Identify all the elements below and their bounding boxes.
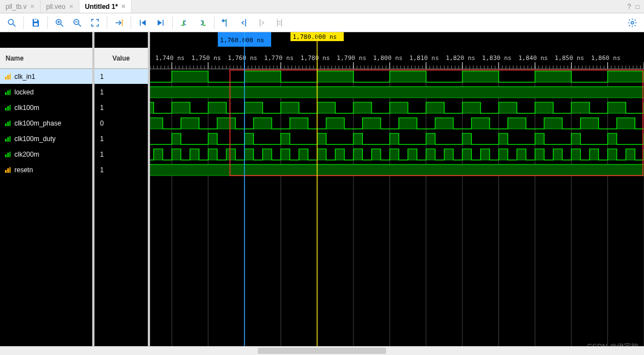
signal-icon	[4, 89, 11, 96]
svg-rect-286	[190, 149, 199, 160]
tab-label: pll.veo	[46, 3, 66, 11]
signal-name-label: clk100m_phase	[14, 119, 61, 127]
svg-rect-27	[7, 91, 9, 95]
signal-row-clk100m_duty[interactable]: clk100m_duty	[0, 131, 92, 147]
settings-button[interactable]	[624, 15, 641, 31]
scrollbar-thumb[interactable]	[258, 348, 387, 354]
svg-rect-231	[390, 71, 426, 82]
svg-rect-304	[517, 149, 526, 160]
signal-name-label: clk_in1	[14, 73, 35, 81]
svg-rect-295	[353, 149, 362, 160]
svg-rect-43	[9, 167, 11, 173]
svg-rect-254	[150, 118, 163, 129]
save-button[interactable]	[27, 15, 44, 31]
svg-rect-274	[353, 133, 362, 144]
signal-value-clk200m[interactable]: 1	[94, 147, 148, 162]
next-marker-button[interactable]	[253, 15, 270, 31]
wave-toolbar: +	[0, 13, 644, 32]
svg-rect-245	[390, 102, 408, 113]
signal-row-clk200m[interactable]: clk200m	[0, 147, 92, 162]
signal-name-label: clk100m	[14, 104, 39, 112]
close-icon[interactable]: ✕	[121, 3, 126, 9]
prev-transition-button[interactable]	[176, 15, 193, 31]
zoom-in-button[interactable]	[51, 15, 68, 31]
svg-rect-261	[399, 118, 417, 129]
waveform-panel[interactable]: 1,780.000 ns1,760.000 ns1,740 ns1,750 ns…	[150, 32, 644, 355]
svg-rect-275	[390, 133, 398, 144]
svg-text:1,770 ns: 1,770 ns	[264, 54, 293, 62]
tab-pll-veo[interactable]: pll.veo ✕	[41, 0, 79, 13]
svg-rect-23	[5, 77, 7, 79]
svg-rect-239	[172, 102, 190, 113]
prev-marker-button[interactable]	[236, 15, 252, 31]
swap-markers-button[interactable]	[271, 15, 288, 31]
signal-row-resetn[interactable]: resetn	[0, 162, 92, 178]
help-icon[interactable]: ?	[627, 3, 631, 11]
svg-rect-290	[263, 149, 272, 160]
zoom-out-button[interactable]	[69, 15, 86, 31]
signal-value-panel: Value 1110111	[94, 32, 150, 355]
svg-rect-294	[335, 149, 344, 160]
svg-text:+: +	[222, 18, 225, 23]
goto-cursor-button[interactable]	[111, 15, 127, 31]
svg-rect-31	[9, 105, 11, 111]
svg-rect-264	[508, 118, 526, 129]
svg-rect-287	[208, 149, 217, 160]
svg-rect-256	[217, 118, 236, 129]
value-header: Value	[94, 48, 148, 69]
tab-untitled-1[interactable]: Untitled 1* ✕	[79, 0, 132, 13]
signal-name-rows: clk_in1lockedclk100mclk100m_phaseclk100m…	[0, 69, 92, 178]
svg-rect-3	[34, 23, 38, 26]
svg-rect-233	[535, 71, 571, 82]
svg-rect-36	[7, 137, 9, 142]
tab-pll-tb[interactable]: pll_tb.v ✕	[0, 0, 41, 13]
svg-text:1,820 ns: 1,820 ns	[446, 54, 475, 62]
tabs-right-controls: ? □	[627, 0, 644, 13]
svg-rect-279	[535, 133, 544, 144]
add-marker-button[interactable]: +	[218, 15, 234, 31]
svg-rect-236	[150, 87, 644, 98]
svg-rect-300	[444, 149, 453, 160]
signal-value-clk100m_phase[interactable]: 0	[94, 116, 148, 131]
signal-value-clk_in1[interactable]: 1	[94, 69, 148, 84]
svg-rect-270	[208, 133, 217, 144]
svg-text:1,790 ns: 1,790 ns	[337, 54, 366, 62]
signal-value-clk100m[interactable]: 1	[94, 100, 148, 116]
svg-rect-273	[317, 133, 326, 144]
svg-rect-29	[5, 108, 7, 111]
signal-row-locked[interactable]: locked	[0, 84, 92, 100]
svg-rect-310	[626, 149, 635, 160]
svg-rect-247	[462, 102, 481, 113]
close-icon[interactable]: ✕	[30, 3, 34, 9]
svg-rect-298	[408, 149, 417, 160]
signal-value-locked[interactable]: 1	[94, 84, 148, 100]
signal-row-clk100m[interactable]: clk100m	[0, 100, 92, 116]
svg-text:1,750 ns: 1,750 ns	[192, 54, 221, 62]
goto-end-button[interactable]	[152, 15, 169, 31]
next-transition-button[interactable]	[194, 15, 211, 31]
signal-icon	[4, 151, 11, 158]
svg-rect-308	[590, 149, 598, 160]
maximize-icon[interactable]: □	[636, 3, 640, 11]
svg-rect-258	[290, 118, 308, 129]
svg-rect-301	[462, 149, 471, 160]
signal-row-clk100m_phase[interactable]: clk100m_phase	[0, 116, 92, 131]
svg-rect-41	[5, 170, 7, 173]
zoom-fit-button[interactable]	[87, 15, 103, 31]
close-icon[interactable]: ✕	[69, 3, 73, 9]
goto-start-button[interactable]	[134, 15, 151, 31]
search-button[interactable]	[3, 15, 20, 31]
signal-value-clk100m_duty[interactable]: 1	[94, 131, 148, 147]
tab-label: pll_tb.v	[6, 3, 27, 11]
svg-rect-271	[244, 133, 253, 144]
svg-rect-242	[281, 102, 299, 113]
svg-line-5	[61, 24, 63, 27]
signal-value-resetn[interactable]: 1	[94, 162, 148, 178]
svg-rect-42	[7, 168, 9, 173]
horizontal-scrollbar[interactable]	[0, 346, 644, 355]
svg-rect-38	[5, 154, 7, 157]
signal-row-clk_in1[interactable]: clk_in1	[0, 69, 92, 84]
svg-rect-39	[7, 153, 9, 157]
svg-rect-277	[462, 133, 471, 144]
waveform-canvas[interactable]: 1,780.000 ns1,760.000 ns1,740 ns1,750 ns…	[150, 32, 644, 355]
